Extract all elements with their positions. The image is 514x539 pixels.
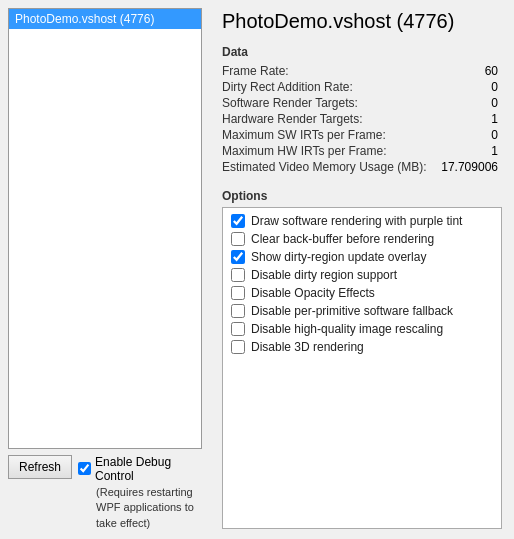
option-checkbox[interactable] <box>231 304 245 318</box>
main-title: PhotoDemo.vshost (4776) <box>222 10 502 33</box>
option-checkbox[interactable] <box>231 250 245 264</box>
table-row: Dirty Rect Addition Rate:0 <box>222 79 502 95</box>
option-checkbox[interactable] <box>231 340 245 354</box>
debug-control-label[interactable]: Enable Debug Control <box>95 455 202 483</box>
debug-control-group: Enable Debug Control (Requires restartin… <box>78 455 202 531</box>
row-value: 60 <box>438 63 502 79</box>
option-item[interactable]: Draw software rendering with purple tint <box>231 214 493 228</box>
table-row: Software Render Targets:0 <box>222 95 502 111</box>
refresh-button[interactable]: Refresh <box>8 455 72 479</box>
row-value: 17.709006 <box>438 159 502 175</box>
row-value: 1 <box>438 143 502 159</box>
process-list[interactable]: PhotoDemo.vshost (4776) <box>8 8 202 449</box>
option-label: Disable per-primitive software fallback <box>251 304 453 318</box>
option-label: Disable high-quality image rescaling <box>251 322 443 336</box>
option-label: Disable Opacity Effects <box>251 286 375 300</box>
row-value: 0 <box>438 127 502 143</box>
row-label: Maximum SW IRTs per Frame: <box>222 127 438 143</box>
options-section-label: Options <box>222 189 502 203</box>
row-label: Dirty Rect Addition Rate: <box>222 79 438 95</box>
row-label: Maximum HW IRTs per Frame: <box>222 143 438 159</box>
debug-control-checkbox[interactable] <box>78 462 91 475</box>
data-table: Frame Rate:60Dirty Rect Addition Rate:0S… <box>222 63 502 175</box>
option-label: Draw software rendering with purple tint <box>251 214 462 228</box>
table-row: Maximum HW IRTs per Frame:1 <box>222 143 502 159</box>
option-item[interactable]: Disable 3D rendering <box>231 340 493 354</box>
left-bottom: Refresh Enable Debug Control (Requires r… <box>8 455 202 531</box>
option-item[interactable]: Clear back-buffer before rendering <box>231 232 493 246</box>
option-item[interactable]: Disable per-primitive software fallback <box>231 304 493 318</box>
table-row: Hardware Render Targets:1 <box>222 111 502 127</box>
row-value: 1 <box>438 111 502 127</box>
debug-note: (Requires restarting WPF applications to… <box>78 485 202 531</box>
table-row: Frame Rate:60 <box>222 63 502 79</box>
option-checkbox[interactable] <box>231 268 245 282</box>
left-panel: PhotoDemo.vshost (4776) Refresh Enable D… <box>0 0 210 539</box>
option-label: Disable dirty region support <box>251 268 397 282</box>
right-panel: PhotoDemo.vshost (4776) Data Frame Rate:… <box>210 0 514 539</box>
option-checkbox[interactable] <box>231 286 245 300</box>
option-label: Clear back-buffer before rendering <box>251 232 434 246</box>
option-item[interactable]: Disable high-quality image rescaling <box>231 322 493 336</box>
option-checkbox[interactable] <box>231 322 245 336</box>
option-item[interactable]: Disable dirty region support <box>231 268 493 282</box>
row-label: Hardware Render Targets: <box>222 111 438 127</box>
option-checkbox[interactable] <box>231 214 245 228</box>
process-item[interactable]: PhotoDemo.vshost (4776) <box>9 9 201 29</box>
row-label: Estimated Video Memory Usage (MB): <box>222 159 438 175</box>
debug-control-row: Enable Debug Control <box>78 455 202 483</box>
data-section-label: Data <box>222 45 502 59</box>
table-row: Estimated Video Memory Usage (MB):17.709… <box>222 159 502 175</box>
option-label: Disable 3D rendering <box>251 340 364 354</box>
options-box[interactable]: Draw software rendering with purple tint… <box>222 207 502 529</box>
row-value: 0 <box>438 95 502 111</box>
row-label: Software Render Targets: <box>222 95 438 111</box>
option-label: Show dirty-region update overlay <box>251 250 426 264</box>
main-container: PhotoDemo.vshost (4776) Refresh Enable D… <box>0 0 514 539</box>
table-row: Maximum SW IRTs per Frame:0 <box>222 127 502 143</box>
row-value: 0 <box>438 79 502 95</box>
option-checkbox[interactable] <box>231 232 245 246</box>
row-label: Frame Rate: <box>222 63 438 79</box>
option-item[interactable]: Disable Opacity Effects <box>231 286 493 300</box>
options-section: Options Draw software rendering with pur… <box>222 189 502 529</box>
option-item[interactable]: Show dirty-region update overlay <box>231 250 493 264</box>
